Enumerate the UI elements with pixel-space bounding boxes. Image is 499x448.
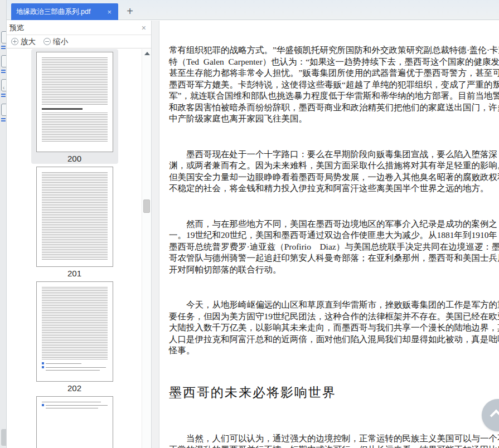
preview-sidebar: 预览 × 放大 缩小 200 201: [7, 21, 152, 448]
thumbnail-page-next[interactable]: [31, 393, 118, 448]
thumbnail-page-number: 201: [31, 269, 118, 278]
zoom-in-icon: [11, 38, 18, 45]
pdf-page: 常有组织犯罪的战略方式。”华盛顿凯托研究所国防和外交政策研究副总裁特德·盖伦·卡…: [159, 21, 499, 448]
collapse-handle-icon[interactable]: ‹: [1, 81, 7, 94]
paragraph: 然而，与在那些地方不同，美国在墨西哥边境地区的军事介入纪录是成功的案例之 一。1…: [169, 218, 499, 276]
paragraph: 当然，人们可以认为，通过强大的边境控制，正常运转的民族主义美国可以与一个不 正常…: [169, 433, 499, 448]
scrollbar-thumb[interactable]: [143, 199, 150, 213]
panel-close-icon[interactable]: ×: [142, 23, 146, 32]
section-heading: 墨西哥的未来必将影响世界: [169, 384, 499, 401]
new-tab-button[interactable]: +: [122, 3, 138, 20]
zoom-out-label: 缩小: [53, 37, 68, 47]
thumbnail-page-number: 202: [31, 384, 118, 393]
thumbnail-scrollbar[interactable]: [142, 49, 151, 448]
edge-label-mark: [1, 96, 6, 97]
edge-tool-button[interactable]: [1, 31, 7, 43]
zoom-out-icon: [43, 38, 51, 45]
scroll-up-arrow-icon[interactable]: [144, 52, 150, 55]
edge-label-mark: [1, 72, 6, 73]
edge-label-mark: [1, 70, 6, 71]
thumbnail-zoom-toolbar: 放大 缩小: [7, 35, 151, 48]
thumbnail-page-preview: [36, 281, 113, 382]
tab-bar: 地缘政治三部曲系列.pdf × +: [7, 0, 499, 20]
paragraph: 今天，从地形崎岖偏远的山区和草原直到华雷斯市，挫败贩毒集团的工作是军方的重 要任…: [169, 299, 499, 357]
pdf-tab[interactable]: 地缘政治三部曲系列.pdf ×: [11, 3, 118, 20]
edge-label-mark: [1, 46, 6, 47]
thumbnail-page-number: 200: [31, 154, 118, 163]
tab-close-icon[interactable]: ×: [105, 8, 113, 16]
thumbnail-page-200[interactable]: 200: [31, 49, 118, 164]
chevron-up-icon: [490, 410, 499, 422]
edge-tool-button[interactable]: [1, 55, 7, 67]
zoom-in-label: 放大: [21, 37, 36, 47]
zoom-out-button[interactable]: 缩小: [43, 37, 68, 47]
thumbnail-list: 200 201 202: [7, 49, 142, 448]
paragraph: 常有组织犯罪的战略方式。”华盛顿凯托研究所国防和外交政策研究副总裁特德·盖伦·卡…: [169, 45, 499, 125]
edge-label-mark: [1, 118, 6, 119]
edge-label-mark: [1, 120, 6, 121]
paragraph: 墨西哥现在处于一个十字路口：要么在早期阶段向贩毒集团宣战，要么陷入堕落深 渊，或…: [169, 149, 499, 194]
edge-tool-button[interactable]: [1, 104, 7, 116]
zoom-in-button[interactable]: 放大: [11, 37, 36, 47]
thumbnail-page-202[interactable]: 202: [31, 279, 118, 393]
panel-title: 预览: [9, 23, 142, 33]
docked-panel-edge: ‹: [0, 0, 7, 448]
thumbnail-page-preview: [36, 52, 113, 152]
pane-divider: [152, 21, 159, 448]
thumbnail-page-preview: [36, 167, 113, 267]
edge-label-mark: [1, 94, 6, 95]
pdf-page-text: 常有组织犯罪的战略方式。”华盛顿凯托研究所国防和外交政策研究副总裁特德·盖伦·卡…: [169, 22, 499, 448]
tab-title: 地缘政治三部曲系列.pdf: [16, 7, 105, 17]
edge-tool-button: [1, 429, 7, 446]
thumbnail-page-201[interactable]: 201: [31, 164, 118, 279]
edge-label-mark: [1, 48, 6, 49]
preview-panel-header: 预览 ×: [7, 21, 151, 35]
thumbnail-page-preview: [36, 396, 113, 448]
